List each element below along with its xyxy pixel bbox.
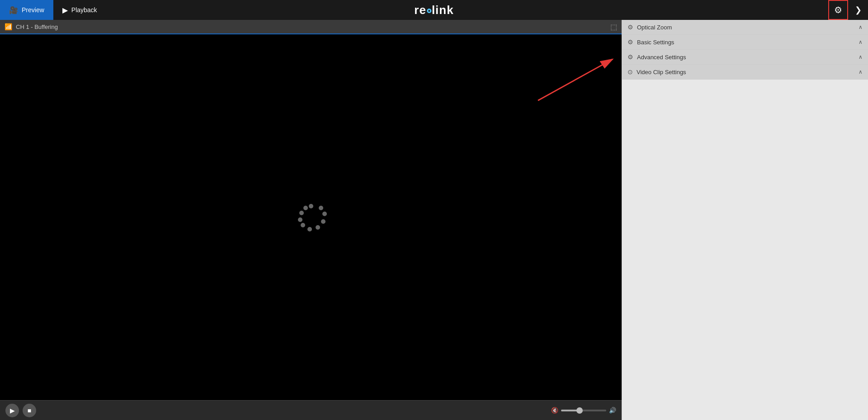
advanced-settings-section: ⚙ Advanced Settings ∧ — [622, 50, 868, 65]
controls-bar: ▶ ■ 🔇 🔊 — [0, 400, 622, 420]
basic-settings-icon: ⚙ — [627, 38, 633, 46]
buffering-spinner — [297, 204, 325, 231]
video-clip-settings-icon: ⊙ — [627, 68, 633, 76]
next-icon: ❯ — [855, 5, 862, 15]
advanced-settings-chevron: ∧ — [859, 54, 863, 60]
header-bar: 🎥 Preview ▶ Playback relink ⚙ ❯ — [0, 0, 868, 20]
basic-settings-chevron: ∧ — [859, 39, 863, 45]
volume-mute-icon: 🔇 — [551, 407, 558, 414]
settings-gear-button[interactable]: ⚙ — [828, 0, 848, 20]
volume-high-icon: 🔊 — [609, 407, 616, 414]
play-button[interactable]: ▶ — [5, 404, 19, 417]
tab-preview[interactable]: 🎥 Preview — [0, 0, 53, 20]
channel-bar: 📶 CH 1 - Buffering ⬚ — [0, 20, 622, 34]
advanced-settings-label: Advanced Settings — [637, 54, 855, 61]
tab-playback-label: Playback — [71, 6, 97, 14]
main-layout: 📶 CH 1 - Buffering ⬚ — [0, 20, 868, 420]
svg-line-1 — [538, 59, 613, 100]
optical-zoom-chevron: ∧ — [859, 24, 863, 30]
video-clip-settings-chevron: ∧ — [859, 69, 863, 75]
basic-settings-section: ⚙ Basic Settings ∧ — [622, 35, 868, 50]
basic-settings-label: Basic Settings — [637, 39, 855, 46]
next-button[interactable]: ❯ — [848, 0, 868, 20]
advanced-settings-header[interactable]: ⚙ Advanced Settings ∧ — [622, 50, 868, 64]
video-clip-settings-label: Video Clip Settings — [637, 69, 855, 76]
tab-playback[interactable]: ▶ Playback — [53, 0, 106, 20]
sidebar: ⚙ Optical Zoom ∧ ⚙ Basic Settings ∧ ⚙ Ad… — [622, 20, 868, 420]
video-container — [0, 34, 622, 400]
optical-zoom-section: ⚙ Optical Zoom ∧ — [622, 20, 868, 35]
header-right-controls: ⚙ ❯ — [828, 0, 868, 20]
optical-zoom-header[interactable]: ⚙ Optical Zoom ∧ — [622, 20, 868, 34]
basic-settings-header[interactable]: ⚙ Basic Settings ∧ — [622, 35, 868, 49]
play-icon: ▶ — [10, 407, 15, 414]
screenshot-icon[interactable]: ⬚ — [610, 23, 617, 31]
optical-zoom-label: Optical Zoom — [637, 24, 855, 31]
volume-area: 🔇 🔊 — [551, 407, 616, 414]
stop-icon: ■ — [28, 407, 31, 414]
advanced-settings-icon: ⚙ — [627, 53, 633, 61]
app-logo: relink — [414, 3, 453, 17]
stop-button[interactable]: ■ — [23, 404, 36, 417]
video-area: 📶 CH 1 - Buffering ⬚ — [0, 20, 622, 420]
volume-slider[interactable] — [561, 410, 606, 411]
gear-icon: ⚙ — [834, 5, 842, 15]
optical-zoom-icon: ⚙ — [627, 24, 633, 31]
playback-icon: ▶ — [62, 6, 68, 14]
channel-label: CH 1 - Buffering — [16, 24, 58, 30]
video-clip-settings-section: ⊙ Video Clip Settings ∧ — [622, 65, 868, 80]
preview-icon: 🎥 — [9, 6, 18, 14]
wifi-icon: 📶 — [5, 23, 12, 30]
tab-preview-label: Preview — [22, 6, 44, 14]
video-clip-settings-header[interactable]: ⊙ Video Clip Settings ∧ — [622, 65, 868, 79]
